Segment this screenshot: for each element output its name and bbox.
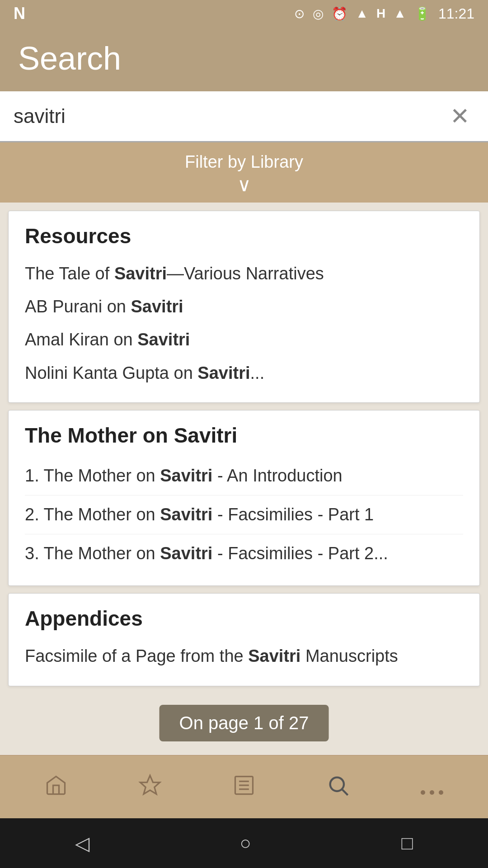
chevron-down-icon: ∨ bbox=[237, 175, 251, 194]
android-home-button[interactable]: ○ bbox=[240, 832, 251, 854]
hotspot-icon: ⊙ bbox=[294, 6, 305, 21]
more-icon bbox=[420, 775, 444, 799]
search-bar: ✕ bbox=[0, 91, 488, 142]
filter-bar[interactable]: Filter by Library ∨ bbox=[0, 142, 488, 203]
resource-item-4[interactable]: Nolini Kanta Gupta on Savitri... bbox=[25, 357, 463, 390]
signal2-icon: ▲ bbox=[394, 6, 406, 21]
status-time: 11:21 bbox=[438, 5, 474, 22]
nav-home[interactable] bbox=[31, 769, 81, 805]
appendices-card-title: Appendices bbox=[25, 606, 463, 631]
resource-item-1[interactable]: The Tale of Savitri—Various Narratives bbox=[25, 257, 463, 290]
mother-item-2[interactable]: 2. The Mother on Savitri - Facsimilies -… bbox=[25, 495, 463, 534]
svg-point-7 bbox=[421, 790, 425, 795]
nav-bookmarks[interactable] bbox=[125, 769, 175, 805]
nav-search[interactable] bbox=[313, 769, 363, 805]
star-icon bbox=[138, 774, 162, 801]
home-icon bbox=[44, 774, 68, 801]
svg-point-5 bbox=[330, 777, 344, 791]
android-nav: ◁ ○ □ bbox=[0, 818, 488, 868]
nav-contents[interactable] bbox=[219, 769, 269, 805]
svg-point-8 bbox=[430, 790, 434, 795]
status-right: ⊙ ◎ ⏰ ▲ H ▲ 🔋 11:21 bbox=[294, 5, 474, 22]
pagination-tooltip: On page 1 of 27 bbox=[160, 705, 329, 741]
resources-card[interactable]: Resources The Tale of Savitri—Various Na… bbox=[8, 211, 480, 403]
signal-icon: ▲ bbox=[356, 6, 368, 21]
android-recents-button[interactable]: □ bbox=[401, 832, 413, 854]
status-bar: N ⊙ ◎ ⏰ ▲ H ▲ 🔋 11:21 bbox=[0, 0, 488, 27]
location-icon: ◎ bbox=[313, 6, 324, 21]
status-left: N bbox=[14, 4, 25, 23]
bottom-nav bbox=[0, 755, 488, 818]
search-input[interactable] bbox=[9, 91, 441, 141]
appendices-item-1[interactable]: Facsimile of a Page from the Savitri Man… bbox=[25, 640, 463, 673]
app-logo: N bbox=[14, 4, 25, 23]
alarm-icon: ⏰ bbox=[332, 6, 347, 21]
mother-savitri-card[interactable]: The Mother on Savitri 1. The Mother on S… bbox=[8, 410, 480, 586]
svg-marker-0 bbox=[140, 775, 160, 794]
resource-item-3[interactable]: Amal Kiran on Savitri bbox=[25, 323, 463, 356]
resources-card-title: Resources bbox=[25, 224, 463, 248]
results-area: Resources The Tale of Savitri—Various Na… bbox=[0, 203, 488, 755]
network-h-icon: H bbox=[376, 6, 385, 21]
page-title: Search bbox=[18, 40, 470, 77]
list-icon bbox=[232, 774, 256, 801]
search-icon bbox=[326, 774, 350, 801]
nav-more[interactable] bbox=[407, 771, 457, 803]
filter-label: Filter by Library bbox=[185, 152, 303, 172]
mother-item-3[interactable]: 3. The Mother on Savitri - Facsimilies -… bbox=[25, 534, 463, 573]
battery-icon: 🔋 bbox=[414, 6, 430, 21]
svg-point-9 bbox=[439, 790, 443, 795]
resource-item-2[interactable]: AB Purani on Savitri bbox=[25, 290, 463, 323]
svg-line-6 bbox=[343, 789, 348, 795]
clear-search-button[interactable]: ✕ bbox=[441, 98, 479, 134]
appendices-card[interactable]: Appendices Facsimile of a Page from the … bbox=[8, 593, 480, 686]
android-back-button[interactable]: ◁ bbox=[75, 832, 89, 854]
mother-savitri-card-title: The Mother on Savitri bbox=[25, 423, 463, 448]
header: Search bbox=[0, 27, 488, 91]
mother-item-1[interactable]: 1. The Mother on Savitri - An Introducti… bbox=[25, 457, 463, 495]
